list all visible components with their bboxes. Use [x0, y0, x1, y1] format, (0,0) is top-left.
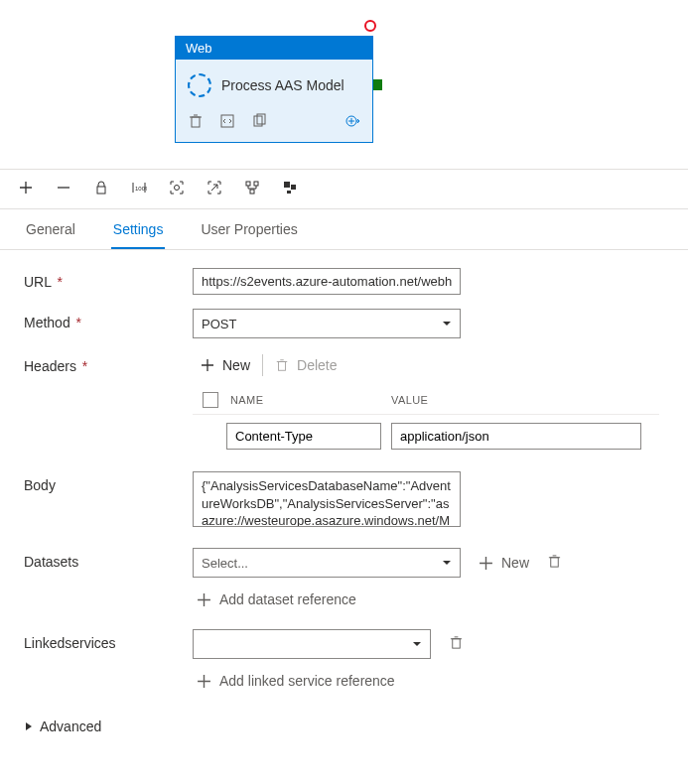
lock-icon[interactable] [93, 180, 109, 198]
svg-rect-13 [287, 191, 291, 194]
activity-title: Process AAS Model [221, 77, 344, 93]
tab-general[interactable]: General [24, 209, 77, 249]
plus-icon [197, 674, 211, 689]
svg-rect-14 [279, 362, 286, 371]
add-linkedservice-reference-button[interactable]: Add linked service reference [197, 673, 664, 689]
advanced-toggle[interactable]: Advanced [0, 711, 688, 750]
headers-label: Headers * [24, 352, 193, 374]
datasets-delete-button[interactable] [547, 554, 562, 572]
divider [262, 354, 263, 376]
svg-point-7 [175, 186, 180, 191]
trash-icon [547, 554, 562, 569]
zoom-out-icon[interactable] [56, 180, 71, 198]
body-label: Body [24, 471, 193, 493]
chevron-down-icon [442, 319, 452, 328]
navigator-icon[interactable] [282, 180, 298, 198]
datasets-select[interactable]: Select... [193, 548, 461, 578]
header-row [193, 415, 659, 450]
activity-type-label: Web [176, 37, 372, 60]
svg-rect-12 [291, 185, 296, 190]
trash-icon [449, 635, 464, 650]
chevron-down-icon [412, 639, 422, 649]
fullscreen-icon[interactable] [206, 180, 222, 198]
svg-rect-15 [551, 558, 559, 567]
delete-icon[interactable] [188, 113, 204, 132]
properties-tabs: General Settings User Properties [0, 209, 688, 250]
svg-rect-8 [246, 182, 250, 186]
canvas-toolbar: 100% [0, 169, 688, 209]
col-name: NAME [230, 394, 379, 406]
plus-icon [479, 556, 493, 571]
col-value: VALUE [391, 394, 428, 406]
plus-icon [201, 358, 214, 372]
linkedservices-label: Linkedservices [24, 629, 193, 651]
success-output-handle[interactable] [373, 79, 382, 90]
svg-rect-0 [192, 117, 200, 127]
svg-text:100%: 100% [135, 186, 147, 192]
method-select[interactable]: POST [193, 309, 461, 338]
settings-form: URL * Method * POST Headers * New [0, 250, 688, 711]
caret-right-icon [24, 721, 34, 731]
datasets-placeholder: Select... [202, 556, 248, 571]
linkedservices-select[interactable] [193, 629, 431, 659]
zoom-fit-icon[interactable] [169, 180, 185, 198]
headers-new-button[interactable]: New [201, 357, 250, 373]
datasets-label: Datasets [24, 548, 193, 570]
header-name-input[interactable] [226, 423, 381, 450]
svg-rect-11 [284, 182, 290, 188]
select-all-checkbox[interactable] [203, 392, 218, 408]
auto-align-icon[interactable] [244, 180, 260, 198]
svg-rect-5 [97, 187, 105, 194]
add-output-icon[interactable] [344, 113, 360, 132]
web-activity-icon [188, 73, 211, 97]
pipeline-canvas[interactable]: Web Process AAS Model [0, 0, 688, 169]
chevron-down-icon [442, 558, 452, 568]
url-label: URL * [24, 268, 193, 290]
body-textarea[interactable] [193, 471, 461, 527]
headers-table: NAME VALUE [193, 386, 659, 450]
validation-error-indicator [364, 20, 376, 32]
tab-user-properties[interactable]: User Properties [199, 209, 299, 249]
method-label: Method * [24, 309, 193, 330]
plus-icon [197, 592, 211, 607]
header-value-input[interactable] [391, 423, 641, 450]
tab-settings[interactable]: Settings [111, 209, 166, 249]
method-value: POST [202, 317, 236, 331]
datasets-new-button[interactable]: New [479, 555, 529, 571]
svg-rect-9 [254, 182, 258, 186]
headers-delete-button[interactable]: Delete [275, 357, 337, 373]
copy-icon[interactable] [251, 113, 267, 132]
url-input[interactable] [193, 268, 461, 295]
trash-icon [275, 358, 289, 372]
web-activity-card[interactable]: Web Process AAS Model [175, 36, 373, 143]
zoom-in-icon[interactable] [18, 180, 34, 198]
linkedservices-delete-button[interactable] [449, 635, 464, 653]
svg-rect-16 [453, 639, 461, 648]
code-icon[interactable] [219, 113, 235, 132]
add-dataset-reference-button[interactable]: Add dataset reference [197, 591, 664, 607]
zoom-100-icon[interactable]: 100% [131, 180, 147, 198]
svg-rect-10 [250, 190, 254, 194]
